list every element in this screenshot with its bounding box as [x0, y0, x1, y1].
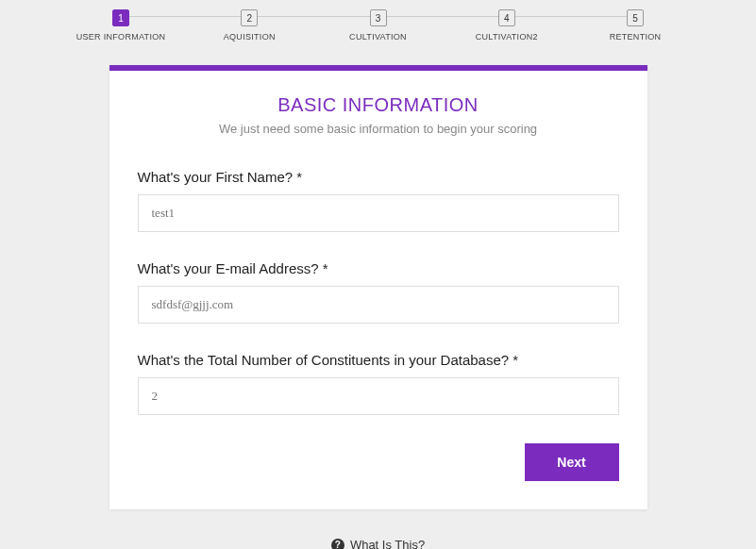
form-card: BASIC INFORMATION We just need some basi… [109, 65, 647, 509]
step-label: AQUISITION [224, 32, 276, 42]
step-number: 1 [112, 9, 129, 26]
step-number: 3 [370, 9, 387, 26]
step-cultivation2[interactable]: 4 CULTIVATION2 [462, 9, 552, 42]
button-row: Next [109, 443, 647, 481]
step-user-information[interactable]: 1 USER INFORMATION [76, 9, 166, 42]
step-label: RETENTION [610, 32, 662, 42]
card-subtitle: We just need some basic information to b… [109, 122, 647, 136]
step-number: 4 [498, 9, 515, 26]
email-label: What's your E-mail Address? * [138, 260, 619, 276]
help-icon: ? [331, 539, 344, 550]
step-label: CULTIVATION2 [476, 32, 538, 42]
card-title: BASIC INFORMATION [109, 94, 647, 116]
step-cultivation[interactable]: 3 CULTIVATION [333, 9, 424, 42]
step-label: USER INFORMATION [76, 32, 166, 42]
first-name-input[interactable] [138, 194, 619, 232]
step-label: CULTIVATION [349, 32, 407, 42]
next-button[interactable]: Next [525, 443, 619, 481]
field-email: What's your E-mail Address? * [138, 260, 619, 324]
step-number: 2 [241, 9, 258, 26]
email-input[interactable] [138, 286, 619, 324]
step-retention[interactable]: 5 RETENTION [590, 9, 680, 42]
footer-help[interactable]: ? What Is This? [0, 538, 756, 549]
stepper: 1 USER INFORMATION 2 AQUISITION 3 CULTIV… [0, 0, 756, 42]
constituents-input[interactable] [138, 377, 619, 415]
step-number: 5 [627, 9, 644, 26]
field-constituents: What's the Total Number of Constituents … [138, 352, 619, 415]
constituents-label: What's the Total Number of Constituents … [138, 352, 619, 368]
footer-help-label: What Is This? [350, 538, 425, 549]
first-name-label: What's your First Name? * [138, 169, 619, 185]
form: What's your First Name? * What's your E-… [109, 136, 647, 415]
step-aquisition[interactable]: 2 AQUISITION [204, 9, 294, 42]
field-first-name: What's your First Name? * [138, 169, 619, 232]
